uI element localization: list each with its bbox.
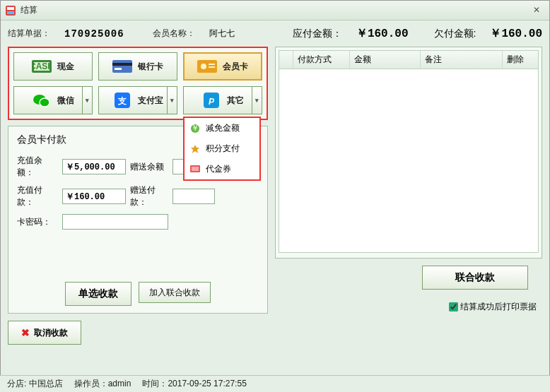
- close-button[interactable]: ✕: [528, 4, 545, 17]
- pay-wechat-button[interactable]: 微信: [13, 86, 93, 114]
- payments-table-panel: 付款方式 金额 备注 删除: [275, 47, 542, 259]
- svg-rect-11: [209, 64, 215, 65]
- pay-other-label: 其它: [227, 95, 244, 107]
- cancel-label: 取消收款: [34, 327, 68, 339]
- svg-marker-21: [191, 145, 199, 153]
- joint-collect-button[interactable]: 联合收款: [422, 266, 528, 290]
- menu-voucher-label: 代金券: [206, 163, 231, 175]
- table-body: [279, 69, 539, 253]
- svg-rect-1: [7, 7, 14, 10]
- payment-methods-panel: CASH 现金 银行卡 会员卡 微信 支 支付宝: [8, 47, 268, 120]
- print-label-text: 结算成功后打印票据: [460, 302, 537, 311]
- due-label: 应付金额：: [293, 28, 342, 40]
- svg-rect-6: [112, 60, 132, 73]
- other-dropdown-menu: ￥ 减免金额 积分支付 代金券: [183, 117, 261, 181]
- operator-label: 操作员：: [74, 379, 108, 388]
- window-title: 结算: [21, 4, 528, 16]
- member-label: 会员名称：: [153, 28, 195, 40]
- single-collect-button[interactable]: 单选收款: [65, 282, 131, 306]
- alipay-dropdown-toggle[interactable]: [167, 87, 177, 114]
- menu-points-label: 积分支付: [206, 143, 240, 155]
- pay-alipay-label: 支付宝: [138, 95, 163, 107]
- menu-discount-label: 减免金额: [206, 122, 240, 134]
- pay-cash-button[interactable]: CASH 现金: [13, 52, 93, 81]
- due-amount: ￥160.00: [356, 26, 409, 41]
- svg-point-14: [40, 98, 49, 107]
- svg-rect-2: [7, 11, 14, 14]
- svg-point-10: [201, 64, 206, 69]
- title-bar: 结算 ✕: [1, 1, 549, 20]
- svg-rect-12: [209, 66, 215, 68]
- membercard-icon: [197, 59, 217, 73]
- svg-text:CASH: CASH: [32, 61, 52, 71]
- bonus-balance-label: 赠送余额: [130, 161, 168, 173]
- svg-text:支: 支: [117, 96, 127, 106]
- col-delete: 删除: [503, 51, 538, 69]
- pay-alipay-button[interactable]: 支 支付宝: [98, 86, 177, 114]
- bonus-pay-label: 赠送付款：: [130, 184, 168, 208]
- wechat-dropdown-toggle[interactable]: [82, 87, 92, 114]
- time-label: 时间：: [142, 379, 168, 388]
- bonus-pay-input[interactable]: [172, 189, 215, 204]
- menu-voucher[interactable]: 代金券: [185, 159, 259, 179]
- pay-cash-label: 现金: [57, 61, 74, 73]
- store-name: 中国总店: [29, 379, 63, 388]
- store-label: 分店:: [7, 379, 26, 388]
- cancel-collect-button[interactable]: ✖ 取消收款: [8, 321, 81, 345]
- print-checkbox[interactable]: [449, 302, 458, 311]
- pay-other-button[interactable]: P 其它: [183, 86, 262, 114]
- pay-input[interactable]: [62, 189, 126, 204]
- cancel-x-icon: ✖: [21, 327, 30, 338]
- bankcard-icon: [112, 59, 132, 73]
- add-joint-button[interactable]: 加入联合收款: [139, 282, 211, 303]
- svg-rect-23: [192, 167, 199, 171]
- status-bar: 分店: 中国总店 操作员：admin 时间：2017-09-25 17:27:5…: [0, 375, 550, 392]
- balance-label: 充值余额：: [17, 155, 58, 179]
- col-method: 付款方式: [293, 51, 350, 69]
- discount-icon: ￥: [190, 124, 200, 133]
- pwd-input[interactable]: [62, 214, 168, 230]
- pay-bank-button[interactable]: 银行卡: [98, 52, 177, 81]
- other-dropdown-toggle[interactable]: [252, 87, 262, 114]
- col-amount: 金额: [350, 51, 421, 69]
- member-name: 阿七七: [209, 28, 235, 40]
- cash-icon: CASH: [32, 59, 52, 73]
- pay-member-label: 会员卡: [223, 61, 248, 73]
- pay-label: 充值付款：: [17, 184, 58, 208]
- owed-amount: ￥160.00: [490, 26, 542, 41]
- menu-discount[interactable]: ￥ 减免金额: [185, 118, 259, 138]
- table-header-row: 付款方式 金额 备注 删除: [279, 50, 539, 69]
- svg-text:P: P: [209, 97, 215, 107]
- voucher-icon: [190, 165, 200, 174]
- other-icon: P: [201, 93, 221, 107]
- pwd-label: 卡密码：: [17, 216, 58, 228]
- owed-label: 欠付金额:: [434, 28, 476, 40]
- app-icon: [5, 5, 16, 16]
- svg-rect-8: [115, 68, 122, 70]
- operator-name: admin: [108, 379, 131, 388]
- wechat-icon: [32, 93, 52, 107]
- menu-points[interactable]: 积分支付: [185, 138, 259, 159]
- order-no-value: 170925006: [64, 28, 124, 40]
- balance-input[interactable]: [62, 159, 126, 174]
- col-note: 备注: [421, 51, 503, 69]
- header-row: 结算单据： 170925006 会员名称： 阿七七 应付金额： ￥160.00 …: [8, 26, 542, 41]
- points-icon: [190, 144, 200, 154]
- print-checkbox-label[interactable]: 结算成功后打印票据: [449, 302, 537, 311]
- svg-text:￥: ￥: [191, 124, 199, 133]
- alipay-icon: 支: [112, 93, 132, 107]
- order-no-label: 结算单据：: [8, 28, 50, 40]
- pay-bank-label: 银行卡: [138, 61, 163, 73]
- pay-wechat-label: 微信: [57, 95, 74, 107]
- svg-rect-7: [112, 63, 132, 66]
- time-value: 2017-09-25 17:27:55: [168, 379, 246, 388]
- pay-member-button[interactable]: 会员卡: [183, 52, 262, 81]
